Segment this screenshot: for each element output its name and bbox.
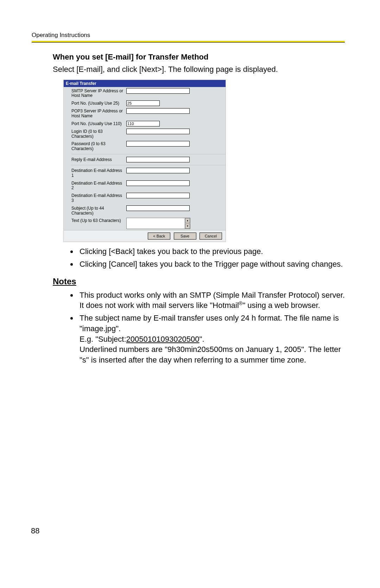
text-input[interactable] (126, 108, 190, 114)
after-form-bullets: Clicking [<Back] takes you back to the p… (53, 246, 345, 269)
text-input[interactable] (126, 205, 190, 211)
textarea-scrollbar[interactable]: ▴ ▾ (185, 218, 190, 229)
field-label: Port No. (Usually Use 110) (71, 121, 124, 126)
field-label: Login ID (0 to 63 Characters) (71, 129, 124, 139)
note-item: The subject name by E-mail transfer uses… (77, 313, 345, 365)
intro-text: Select [E-mail], and click [Next>]. The … (53, 64, 345, 75)
notes-heading: Notes (53, 277, 345, 286)
section-title: When you set [E-mail] for Transfer Metho… (53, 52, 345, 62)
email-transfer-form: E-mail Transfer SMTP Server IP Address o… (63, 80, 226, 242)
text-input[interactable] (126, 157, 190, 162)
text-input[interactable] (126, 193, 190, 198)
cancel-button[interactable]: Cancel (200, 233, 222, 240)
text-input[interactable] (126, 180, 190, 186)
header-rule (32, 41, 345, 43)
field-label: Reply E-mail Address (71, 157, 124, 162)
scroll-down-icon[interactable]: ▾ (185, 224, 190, 229)
bullet-item: Clicking [Cancel] takes you back to the … (77, 259, 345, 270)
text-input[interactable] (126, 100, 160, 106)
field-label: Destination E-mail Address 3 (71, 193, 124, 203)
field-label: Destination E-mail Address 2 (71, 180, 124, 191)
text-input[interactable] (126, 121, 160, 126)
notes-list: This product works only with an SMTP (Si… (53, 290, 345, 365)
field-label: POP3 Server IP Address or Host Name (71, 108, 124, 119)
text-input[interactable] (126, 129, 190, 134)
textarea-label: Text (Up to 63 Characters) (71, 218, 124, 223)
field-label: SMTP Server IP Address or Host Name (71, 88, 124, 99)
running-head: Operating Instructions (32, 32, 345, 39)
text-textarea[interactable]: ▴ ▾ (126, 218, 190, 229)
text-input[interactable] (126, 141, 190, 147)
field-label: Port No. (Usually Use 25) (71, 100, 124, 106)
field-label: Password (0 to 63 Characters) (71, 141, 124, 151)
save-button[interactable]: Save (174, 233, 196, 240)
note-item: This product works only with an SMTP (Si… (77, 290, 345, 311)
back-button[interactable]: < Back (148, 233, 170, 240)
field-label: Subject (Up to 44 Characters) (71, 205, 124, 216)
bullet-item: Clicking [<Back] takes you back to the p… (77, 246, 345, 257)
page-number: 88 (31, 526, 39, 536)
text-input[interactable] (126, 88, 190, 94)
scroll-up-icon[interactable]: ▴ (185, 218, 190, 223)
text-input[interactable] (126, 168, 190, 173)
field-label: Destination E-mail Address 1 (71, 168, 124, 178)
form-title: E-mail Transfer (64, 80, 226, 87)
